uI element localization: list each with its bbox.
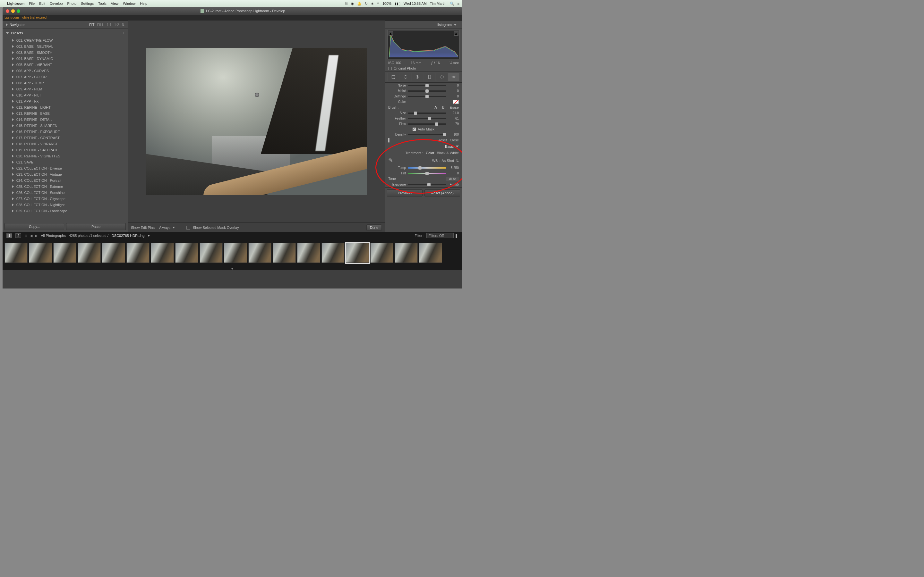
filmstrip-thumb[interactable]: [126, 243, 150, 263]
preset-folder[interactable]: 005. BASE - VIBRANT: [3, 61, 128, 68]
original-photo-checkbox[interactable]: [388, 67, 392, 70]
preset-folder[interactable]: 017. REFINE - CONTRAST: [3, 135, 128, 141]
preset-folder[interactable]: 026. COLLECTION - Sunshine: [3, 189, 128, 195]
flow-value[interactable]: 79: [447, 122, 459, 126]
histogram-panel-header[interactable]: Histogram: [385, 21, 462, 29]
preset-folder[interactable]: 020. REFINE - VIGNETTES: [3, 153, 128, 159]
adjustment-pin[interactable]: [255, 93, 259, 97]
filmstrip-thumb[interactable]: [395, 243, 418, 263]
dropbox-icon[interactable]: ⍃: [345, 2, 347, 5]
color-swatch[interactable]: [453, 100, 459, 104]
zoom-stepper-icon[interactable]: ⇅: [121, 23, 124, 27]
crop-tool[interactable]: [388, 73, 399, 81]
density-value[interactable]: 100: [447, 133, 459, 136]
graduated-filter-tool[interactable]: [424, 73, 435, 81]
defringe-value[interactable]: 0: [447, 95, 459, 98]
preset-folder[interactable]: 011. APP - FX: [3, 98, 128, 104]
preset-folder[interactable]: 025. COLLECTION - Extreme: [3, 183, 128, 189]
preset-folder[interactable]: 021. SAVE: [3, 159, 128, 165]
menu-view[interactable]: View: [111, 2, 119, 5]
filmstrip-thumb[interactable]: [5, 243, 27, 263]
presets-panel-header[interactable]: Presets +: [3, 29, 128, 37]
defringe-slider[interactable]: [408, 96, 446, 97]
preset-folder[interactable]: 006. APP - CURVES: [3, 68, 128, 74]
noise-value[interactable]: 0: [447, 84, 459, 87]
tint-slider[interactable]: [408, 173, 446, 174]
filmstrip-thumb[interactable]: [102, 243, 125, 263]
zoom-1-2[interactable]: 1:2: [114, 23, 119, 27]
menu-edit[interactable]: Edit: [39, 2, 45, 5]
moire-slider[interactable]: [408, 90, 446, 92]
adjustment-brush-tool[interactable]: [448, 73, 459, 81]
photo-canvas[interactable]: [145, 48, 367, 195]
treatment-color[interactable]: Color: [426, 151, 434, 155]
filmstrip-thumb[interactable]: [321, 243, 344, 263]
preset-folder[interactable]: 023. COLLECTION - Vintage: [3, 171, 128, 177]
display-1-button[interactable]: 1: [6, 234, 12, 238]
wb-select[interactable]: As Shot: [441, 159, 454, 163]
preset-folder[interactable]: 004. BASE - DYNAMIC: [3, 55, 128, 61]
window-minimize-button[interactable]: [11, 9, 15, 13]
automask-checkbox[interactable]: ✓: [413, 127, 416, 131]
preset-folder[interactable]: 016. REFINE - EXPOSURE: [3, 129, 128, 135]
preset-folder[interactable]: 022. COLLECTION - Diverse: [3, 165, 128, 171]
brush-b[interactable]: B: [442, 105, 444, 109]
navigator-panel-header[interactable]: Navigator FIT FILL 1:1 1:2 ⇅: [3, 21, 128, 29]
menu-photo[interactable]: Photo: [67, 2, 76, 5]
mask-overlay-checkbox[interactable]: [186, 226, 190, 229]
tint-value[interactable]: 0: [447, 171, 459, 175]
preset-folder[interactable]: 008. APP - TEMP: [3, 80, 128, 86]
grid-icon[interactable]: ⊞: [24, 234, 27, 238]
brush-close[interactable]: Close: [450, 138, 459, 142]
menu-extras-icon[interactable]: ≡: [457, 2, 459, 5]
bluetooth-icon[interactable]: ∗: [371, 2, 374, 6]
brush-reset[interactable]: Reset: [438, 138, 447, 142]
wifi-icon[interactable]: ⌔: [377, 2, 379, 5]
zoom-fill[interactable]: FILL: [97, 23, 104, 27]
exposure-slider[interactable]: [408, 184, 446, 185]
filmstrip-thumb[interactable]: [370, 243, 393, 263]
preset-folder[interactable]: 027. COLLECTION - Cityscape: [3, 195, 128, 201]
spotlight-icon[interactable]: 🔍: [450, 2, 454, 6]
exposure-value[interactable]: + 0.55: [447, 183, 459, 186]
flow-slider[interactable]: [408, 123, 446, 125]
filmstrip-thumb[interactable]: [175, 243, 198, 263]
reset-button[interactable]: Reset (Adobe): [425, 189, 460, 197]
preset-folder[interactable]: 003. BASE - SMOOTH: [3, 49, 128, 55]
notifications-icon[interactable]: 🔔: [357, 2, 362, 6]
panel-switch-icon[interactable]: ▌: [388, 138, 391, 142]
filmstrip-thumb[interactable]: [248, 243, 271, 263]
preset-folder[interactable]: 002. BASE - NEUTRAL: [3, 43, 128, 49]
filmstrip-thumb[interactable]: [224, 243, 247, 263]
zoom-1-1[interactable]: 1:1: [107, 23, 111, 27]
noise-slider[interactable]: [408, 85, 446, 86]
eyedropper-icon[interactable]: ✎: [388, 157, 396, 164]
preset-folder[interactable]: 015. REFINE - SHARPEN: [3, 122, 128, 129]
add-preset-icon[interactable]: +: [122, 31, 124, 35]
filmstrip-thumb[interactable]: [53, 243, 76, 263]
preset-folder[interactable]: 018. REFINE - VIBRANCE: [3, 141, 128, 147]
paste-button[interactable]: Paste: [66, 223, 126, 230]
clock[interactable]: Wed 10:33 AM: [404, 2, 427, 5]
temp-value[interactable]: 5,250: [447, 166, 459, 169]
done-button[interactable]: Done: [367, 224, 382, 231]
user-name[interactable]: Tim Martin: [430, 2, 447, 5]
radial-filter-tool[interactable]: [436, 73, 447, 81]
preset-folder[interactable]: 012. REFINE - LIGHT: [3, 104, 128, 110]
size-value[interactable]: 21.0: [447, 111, 459, 115]
collection-title[interactable]: All Photographs: [41, 234, 66, 237]
preset-folder[interactable]: 001. CREATIVE FLOW: [3, 37, 128, 43]
preset-folder[interactable]: 014. REFINE - DETAIL: [3, 116, 128, 122]
app-menu[interactable]: Lightroom: [7, 2, 24, 5]
spot-tool[interactable]: [400, 73, 411, 81]
feather-slider[interactable]: [408, 118, 446, 119]
filmstrip-thumb[interactable]: [297, 243, 320, 263]
preset-folder[interactable]: 028. COLLECTION - Nightlight: [3, 201, 128, 208]
battery-status[interactable]: 100%: [383, 2, 391, 5]
preset-folder[interactable]: 009. APP - FILM: [3, 86, 128, 92]
filmstrip-thumb[interactable]: [419, 243, 442, 263]
preset-folder[interactable]: 024. COLLECTION - Portrait: [3, 177, 128, 183]
window-close-button[interactable]: [6, 9, 9, 13]
preset-folder[interactable]: 013. REFINE - BASE: [3, 110, 128, 116]
filmstrip-thumb[interactable]: [346, 243, 369, 263]
